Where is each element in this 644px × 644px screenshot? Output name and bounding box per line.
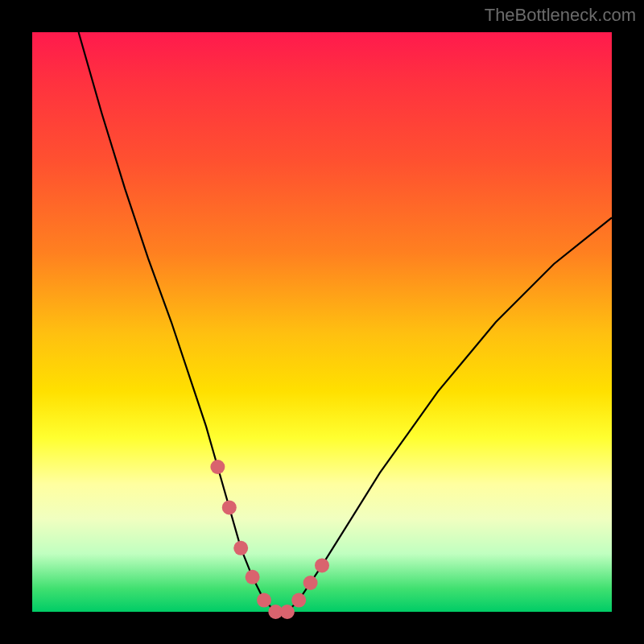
plot-area [32, 32, 612, 612]
bottleneck-curve-line [79, 32, 612, 612]
highlight-dot [233, 541, 248, 555]
highlight-dot [303, 576, 318, 590]
chart-svg [32, 32, 612, 612]
highlight-dot [257, 593, 271, 608]
watermark-text: TheBottleneck.com [485, 5, 636, 26]
highlight-dot [280, 605, 295, 619]
highlight-dot [246, 570, 260, 584]
optimal-range-highlight [210, 460, 329, 619]
highlight-dot [315, 558, 329, 572]
highlight-dot [210, 460, 225, 474]
highlight-dot [291, 593, 306, 608]
highlight-dot [222, 500, 237, 514]
